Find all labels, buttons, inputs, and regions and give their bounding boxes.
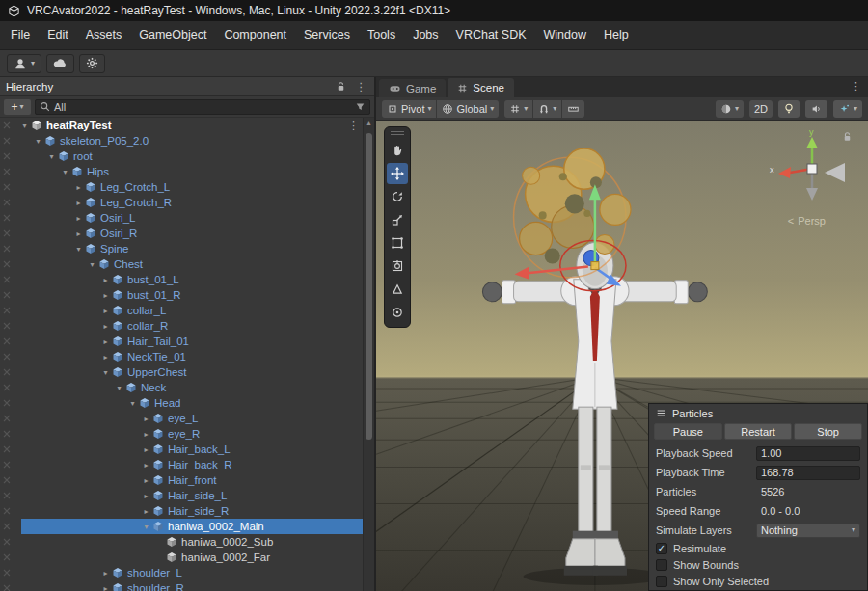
expand-arrow-icon[interactable]: ▸ xyxy=(100,353,111,362)
hierarchy-item-head[interactable]: ▾Head xyxy=(0,395,363,411)
hierarchy-item-haniwa-0002-sub[interactable]: haniwa_0002_Sub xyxy=(0,534,363,550)
expand-arrow-icon[interactable]: ▸ xyxy=(100,276,111,284)
row-toggle-icon[interactable] xyxy=(3,337,11,345)
row-toggle-icon[interactable] xyxy=(3,492,11,499)
hierarchy-item-chest[interactable]: ▾Chest xyxy=(0,256,363,272)
transform-tool-button[interactable] xyxy=(387,255,408,277)
row-toggle-icon[interactable] xyxy=(3,584,11,591)
pause-button[interactable]: Pause xyxy=(654,423,722,440)
expand-arrow-icon[interactable]: ▾ xyxy=(87,260,97,269)
menu-item-help[interactable]: Help xyxy=(595,21,637,49)
expand-arrow-icon[interactable]: ▸ xyxy=(100,291,111,300)
particles-panel-header[interactable]: Particles xyxy=(649,404,867,422)
expand-arrow-icon[interactable]: ▸ xyxy=(141,476,151,485)
checkbox-icon[interactable] xyxy=(656,559,667,571)
scrollbar-thumb[interactable] xyxy=(366,133,372,440)
hierarchy-item-hair-back-r[interactable]: ▸Hair_back_R xyxy=(0,457,363,472)
hierarchy-item-bust-01-r[interactable]: ▸bust_01_R xyxy=(0,287,363,303)
row-toggle-icon[interactable] xyxy=(3,538,11,546)
row-toggle-icon[interactable] xyxy=(3,476,11,484)
checkbox-icon[interactable]: ✓ xyxy=(656,543,667,554)
row-toggle-icon[interactable] xyxy=(3,430,11,438)
hierarchy-search-input[interactable]: All xyxy=(35,99,370,115)
grid-visibility-button[interactable]: ▾ xyxy=(504,100,532,118)
scene-viewport[interactable]: y x < Persp Particles xyxy=(376,121,868,591)
restart-button[interactable]: Restart xyxy=(724,423,793,440)
account-button[interactable]: ▾ xyxy=(7,54,41,73)
row-menu-kebab[interactable]: ⋮ xyxy=(348,120,359,132)
scale-tool-button[interactable] xyxy=(387,209,408,230)
expand-arrow-icon[interactable]: ▸ xyxy=(73,183,84,192)
menu-item-edit[interactable]: Edit xyxy=(39,21,77,49)
overlay-drag-handle[interactable] xyxy=(391,131,404,135)
checkbox-row-show-bounds[interactable]: Show Bounds xyxy=(649,556,867,573)
hierarchy-item-spine[interactable]: ▾Spine xyxy=(0,241,363,256)
row-toggle-icon[interactable] xyxy=(3,399,11,407)
create-object-button[interactable]: +▾ xyxy=(4,99,31,115)
row-toggle-icon[interactable] xyxy=(3,276,11,283)
hierarchy-item-bust-01-l[interactable]: ▸bust_01_L xyxy=(0,272,363,287)
checkbox-row-show-only-selected[interactable]: Show Only Selected xyxy=(649,573,867,589)
hierarchy-item-hips[interactable]: ▾Hips xyxy=(0,164,363,179)
menu-item-gameobject[interactable]: GameObject xyxy=(130,21,215,49)
scene-effects-button[interactable]: ▾ xyxy=(833,100,862,118)
hierarchy-item-eye-r[interactable]: ▸eye_R xyxy=(0,426,363,442)
row-toggle-icon[interactable] xyxy=(3,322,11,330)
expand-arrow-icon[interactable]: ▸ xyxy=(141,461,151,470)
menu-item-services[interactable]: Services xyxy=(295,21,359,49)
expand-arrow-icon[interactable]: ▾ xyxy=(19,121,30,130)
row-toggle-icon[interactable] xyxy=(3,507,11,515)
row-toggle-icon[interactable] xyxy=(3,553,11,561)
stop-button[interactable]: Stop xyxy=(794,423,862,440)
playback-speed-field[interactable]: 1.00 xyxy=(756,446,860,461)
particle-edit-tool-button[interactable] xyxy=(387,279,408,300)
hierarchy-item-leg-crotch-l[interactable]: ▸Leg_Crotch_L xyxy=(0,179,363,195)
custom-tool-button[interactable] xyxy=(387,302,408,323)
view-tool-button[interactable] xyxy=(387,140,408,161)
hierarchy-item-haniwa-0002-far[interactable]: haniwa_0002_Far xyxy=(0,550,363,565)
hierarchy-item-leg-crotch-r[interactable]: ▸Leg_Crotch_R xyxy=(0,195,363,210)
row-toggle-icon[interactable] xyxy=(3,307,11,314)
rect-tool-button[interactable] xyxy=(387,232,408,254)
expand-arrow-icon[interactable]: ▾ xyxy=(141,523,151,531)
pivot-button[interactable]: Pivot ▾ xyxy=(382,100,436,118)
expand-arrow-icon[interactable]: ▾ xyxy=(33,137,43,146)
hierarchy-item-upperchest[interactable]: ▾UpperChest xyxy=(0,364,363,380)
row-toggle-icon[interactable] xyxy=(3,569,11,577)
hierarchy-item-skeleton-p05-2-0[interactable]: ▾skeleton_P05_2.0 xyxy=(0,133,363,148)
menu-item-vrchat-sdk[interactable]: VRChat SDK xyxy=(448,21,535,49)
hierarchy-menu-kebab[interactable]: ⋮ xyxy=(354,80,369,94)
move-tool-button[interactable] xyxy=(387,163,408,184)
expand-arrow-icon[interactable]: ▸ xyxy=(100,337,111,346)
hierarchy-item-shoulder-r[interactable]: ▸shoulder_R xyxy=(0,580,363,591)
expand-arrow-icon[interactable]: ▾ xyxy=(114,384,124,392)
expand-arrow-icon[interactable]: ▸ xyxy=(141,507,151,516)
expand-arrow-icon[interactable]: ▸ xyxy=(141,492,151,500)
row-toggle-icon[interactable] xyxy=(3,245,11,253)
scroll-up-icon[interactable]: ▲ xyxy=(364,120,374,126)
hierarchy-item-hair-side-r[interactable]: ▸Hair_side_R xyxy=(0,503,363,519)
row-toggle-icon[interactable] xyxy=(3,260,11,268)
scene-lighting-button[interactable] xyxy=(778,100,800,118)
expand-arrow-icon[interactable]: ▸ xyxy=(141,445,151,454)
hierarchy-item-neck[interactable]: ▾Neck xyxy=(0,380,363,395)
menu-item-window[interactable]: Window xyxy=(535,21,595,49)
hierarchy-item-hair-side-l[interactable]: ▸Hair_side_L xyxy=(0,488,363,503)
hierarchy-item-osiri-l[interactable]: ▸Osiri_L xyxy=(0,210,363,226)
expand-arrow-icon[interactable]: ▸ xyxy=(100,569,111,578)
hierarchy-item-hair-tail-01[interactable]: ▸Hair_Tail_01 xyxy=(0,334,363,349)
tab-game[interactable]: Game xyxy=(379,79,446,97)
checkbox-icon[interactable] xyxy=(656,576,667,587)
hierarchy-item-root[interactable]: ▾root xyxy=(0,148,363,164)
menu-item-jobs[interactable]: Jobs xyxy=(404,21,447,49)
row-toggle-icon[interactable] xyxy=(3,368,11,376)
expand-arrow-icon[interactable]: ▸ xyxy=(141,415,151,423)
expand-arrow-icon[interactable]: ▸ xyxy=(100,307,111,315)
panel-menu-kebab[interactable]: ⋮ xyxy=(851,80,861,93)
row-toggle-icon[interactable] xyxy=(3,461,11,469)
expand-arrow-icon[interactable]: ▾ xyxy=(127,399,138,408)
row-toggle-icon[interactable] xyxy=(3,183,11,191)
scene-audio-button[interactable] xyxy=(805,100,827,118)
row-toggle-icon[interactable] xyxy=(3,229,11,237)
toggle-2d-button[interactable]: 2D xyxy=(749,100,773,118)
